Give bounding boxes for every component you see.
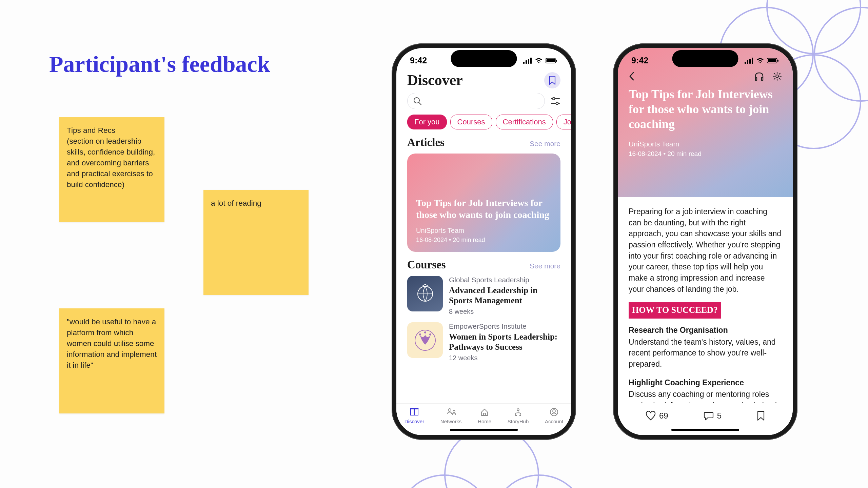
wifi-icon	[756, 58, 764, 64]
back-icon[interactable]	[629, 72, 635, 81]
course-thumb	[407, 276, 443, 311]
battery-icon	[546, 58, 558, 64]
articles-header: Articles	[407, 136, 445, 149]
course-duration: 12 weeks	[449, 354, 560, 362]
svg-rect-13	[547, 59, 555, 62]
save-button[interactable]	[757, 411, 765, 421]
chip-certifications[interactable]: Certifications	[496, 115, 553, 129]
article-meta: 16-08-2024 • 20 min read	[629, 150, 782, 158]
course-provider: EmpowerSports Institute	[449, 322, 560, 330]
comment-icon	[704, 411, 714, 421]
storyhub-icon	[514, 408, 522, 416]
wifi-icon	[535, 58, 543, 64]
bookmark-icon	[549, 76, 556, 85]
svg-point-23	[419, 333, 421, 336]
bookmark-icon	[757, 411, 765, 421]
phone-notch	[672, 50, 738, 67]
signal-icon	[523, 58, 532, 64]
svg-point-5	[492, 475, 586, 488]
article-body: Preparing for a job interview in coachin…	[618, 197, 793, 435]
svg-point-20	[556, 102, 558, 105]
svg-point-24	[429, 333, 431, 336]
heart-icon	[646, 411, 656, 421]
tab-discover[interactable]: Discover	[405, 407, 424, 424]
svg-point-7	[397, 475, 491, 488]
svg-point-36	[776, 75, 778, 78]
svg-point-1	[814, 7, 868, 101]
chip-for-you[interactable]: For you	[407, 115, 447, 129]
course-title: Women in Sports Leadership: Pathways to …	[449, 332, 560, 352]
sticky-note-3: "would be useful to have a platform from…	[59, 308, 164, 413]
course-item-2[interactable]: EmpowerSports Institute Women in Sports …	[396, 322, 571, 369]
status-icons	[523, 58, 558, 64]
svg-rect-34	[768, 59, 776, 62]
article-title: Top Tips for Job Interviews for those wh…	[629, 87, 782, 132]
filter-chips: For you Courses Certifications Job Oppor	[396, 115, 571, 136]
svg-point-0	[767, 0, 861, 54]
courses-header: Courses	[407, 259, 446, 271]
bookmarks-button[interactable]	[544, 72, 560, 88]
article-card-meta: 16-08-2024 • 20 min read	[416, 237, 552, 244]
svg-rect-14	[556, 60, 557, 62]
svg-rect-9	[526, 60, 527, 64]
settings-icon[interactable]	[772, 72, 782, 81]
article-author: UniSports Team	[629, 140, 782, 148]
svg-point-25	[424, 331, 426, 333]
svg-rect-31	[749, 59, 751, 64]
article-card[interactable]: Top Tips for Job Interviews for those wh…	[407, 154, 560, 252]
phone-mockup-discover: 9:42 Discover For you Courses Certificat…	[392, 43, 576, 440]
courses-see-more[interactable]: See more	[530, 262, 560, 270]
course-duration: 8 weeks	[449, 308, 560, 316]
home-icon	[480, 408, 489, 416]
like-button[interactable]: 69	[646, 411, 668, 421]
tip-1-text: Understand the team's history, values, a…	[629, 337, 782, 370]
svg-rect-32	[752, 58, 753, 64]
chip-courses[interactable]: Courses	[450, 115, 492, 129]
svg-line-16	[419, 102, 421, 105]
home-indicator	[671, 429, 739, 431]
svg-point-28	[553, 410, 555, 412]
status-icons	[745, 58, 779, 64]
svg-rect-30	[747, 60, 748, 64]
course-title: Advanced Leadership in Sports Management	[449, 285, 560, 306]
status-time: 9:42	[410, 56, 427, 65]
svg-rect-35	[777, 60, 778, 62]
search-icon	[413, 97, 422, 105]
course-item-1[interactable]: Global Sports Leadership Advanced Leader…	[396, 276, 571, 322]
article-card-title: Top Tips for Job Interviews for those wh…	[416, 197, 552, 221]
comment-button[interactable]: 5	[704, 411, 722, 421]
account-icon	[550, 408, 558, 416]
signal-icon	[745, 58, 753, 64]
sticky-note-1: Tips and Recs (section on leadership ski…	[59, 117, 164, 222]
tip-2-heading: Highlight Coaching Experience	[629, 377, 782, 388]
filter-icon[interactable]	[550, 96, 560, 106]
course-provider: Global Sports Leadership	[449, 276, 560, 284]
status-time: 9:42	[631, 56, 648, 65]
tab-storyhub[interactable]: StoryHub	[508, 407, 529, 424]
battery-icon	[767, 58, 779, 64]
tab-account[interactable]: Account	[545, 407, 563, 424]
svg-point-18	[553, 98, 555, 100]
course-thumb	[407, 322, 443, 358]
phone-mockup-article: 9:42 Top Tips for Job Interviews for tho…	[613, 43, 797, 440]
networks-icon	[446, 408, 456, 416]
headphones-icon[interactable]	[754, 72, 764, 81]
search-input[interactable]	[407, 93, 545, 109]
svg-rect-11	[530, 58, 532, 64]
tab-networks[interactable]: Networks	[440, 407, 462, 424]
phone-notch	[451, 50, 517, 67]
svg-rect-8	[523, 62, 525, 64]
article-card-author: UniSports Team	[416, 227, 552, 235]
tab-home[interactable]: Home	[478, 407, 491, 424]
svg-rect-10	[528, 59, 529, 64]
articles-see-more[interactable]: See more	[530, 140, 560, 148]
tip-1-heading: Research the Organisation	[629, 325, 782, 336]
slide-title: Participant's feedback	[49, 51, 270, 78]
svg-rect-29	[745, 62, 746, 64]
article-intro: Preparing for a job interview in coachin…	[629, 206, 782, 294]
discover-icon	[410, 408, 419, 416]
svg-point-26	[517, 409, 519, 411]
chip-jobs[interactable]: Job Oppor	[556, 115, 571, 129]
home-indicator	[450, 429, 518, 431]
sticky-note-2: a lot of reading	[203, 190, 309, 295]
